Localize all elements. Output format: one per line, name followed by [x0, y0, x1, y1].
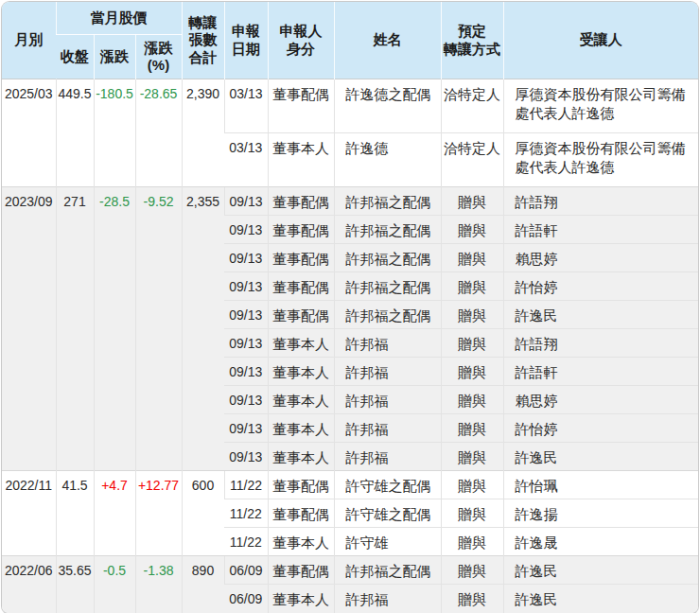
- identity-cell: 董事本人: [268, 414, 334, 443]
- report-date-cell: 03/13: [224, 79, 268, 133]
- report-date-cell: 09/13: [224, 216, 268, 244]
- total-lots-cell: 890: [182, 556, 224, 613]
- report-date-cell: 03/13: [224, 133, 268, 187]
- method-cell: 贈與: [441, 556, 503, 585]
- header-change-pct: 漲跌 (%): [135, 35, 182, 79]
- method-cell: 贈與: [441, 414, 503, 443]
- close-cell: 449.5: [56, 79, 94, 187]
- change-cell: +4.7: [94, 471, 135, 556]
- report-date-cell: 11/22: [224, 528, 268, 556]
- identity-cell: 董事配偶: [268, 301, 334, 329]
- header-transferee: 受讓人: [503, 2, 698, 79]
- transferee-cell: 許語軒: [503, 358, 698, 386]
- change-pct-cell: +12.77: [135, 471, 182, 556]
- name-cell: 許邦福: [334, 386, 441, 414]
- change-cell: -180.5: [94, 79, 135, 187]
- method-cell: 贈與: [441, 528, 503, 556]
- insider-transfer-table: 月別 當月股價 轉讓 張數 合計 申報 日期 申報人 身分 姓名 預定 轉讓方式…: [2, 2, 698, 613]
- report-date-cell: 11/22: [224, 471, 268, 499]
- report-date-cell: 09/13: [224, 414, 268, 443]
- name-cell: 許守雄之配偶: [334, 499, 441, 528]
- transferee-cell: 許逸揚: [503, 499, 698, 528]
- table-header: 月別 當月股價 轉讓 張數 合計 申報 日期 申報人 身分 姓名 預定 轉讓方式…: [2, 2, 698, 79]
- close-cell: 41.5: [56, 471, 94, 556]
- header-report-date: 申報 日期: [224, 2, 268, 79]
- transferee-cell: 許怡婷: [503, 414, 698, 443]
- method-cell: 贈與: [441, 329, 503, 358]
- report-date-cell: 09/13: [224, 358, 268, 386]
- report-date-cell: 09/13: [224, 244, 268, 272]
- report-date-cell: 06/09: [224, 556, 268, 585]
- change-cell: -28.5: [94, 187, 135, 471]
- table-row: 2023/09 271 -28.5 -9.52 2,355 09/13 董事配偶…: [2, 187, 698, 216]
- transferee-cell: 厚德資本股份有限公司籌備處代表人許逸德: [503, 79, 698, 133]
- identity-cell: 董事配偶: [268, 79, 334, 133]
- name-cell: 許邦福: [334, 585, 441, 613]
- transferee-cell: 許語軒: [503, 216, 698, 244]
- transferee-cell: 賴思婷: [503, 386, 698, 414]
- name-cell: 許邦福: [334, 358, 441, 386]
- identity-cell: 董事配偶: [268, 556, 334, 585]
- name-cell: 許逸德: [334, 133, 441, 187]
- identity-cell: 董事配偶: [268, 499, 334, 528]
- name-cell: 許邦福之配偶: [334, 187, 441, 216]
- table-row: 2025/03 449.5 -180.5 -28.65 2,390 03/13 …: [2, 79, 698, 133]
- month-cell: 2025/03: [2, 79, 56, 187]
- method-cell: 贈與: [441, 272, 503, 301]
- name-cell: 許逸德之配偶: [334, 79, 441, 133]
- identity-cell: 董事本人: [268, 443, 334, 471]
- name-cell: 許邦福之配偶: [334, 216, 441, 244]
- total-lots-cell: 600: [182, 471, 224, 556]
- report-date-cell: 09/13: [224, 329, 268, 358]
- table-row: 2022/06 35.65 -0.5 -1.38 890 06/09 董事配偶 …: [2, 556, 698, 585]
- change-pct-cell: -28.65: [135, 79, 182, 187]
- month-cell: 2022/11: [2, 471, 56, 556]
- method-cell: 贈與: [441, 244, 503, 272]
- method-cell: 贈與: [441, 216, 503, 244]
- header-change: 漲跌: [94, 35, 135, 79]
- transferee-cell: 許怡珮: [503, 471, 698, 499]
- method-cell: 洽特定人: [441, 133, 503, 187]
- method-cell: 贈與: [441, 386, 503, 414]
- transferee-cell: 賴思婷: [503, 244, 698, 272]
- identity-cell: 董事配偶: [268, 471, 334, 499]
- name-cell: 許邦福之配偶: [334, 556, 441, 585]
- method-cell: 贈與: [441, 358, 503, 386]
- transferee-cell: 許語翔: [503, 187, 698, 216]
- header-identity: 申報人 身分: [268, 2, 334, 79]
- identity-cell: 董事本人: [268, 133, 334, 187]
- method-cell: 贈與: [441, 499, 503, 528]
- transferee-cell: 厚德資本股份有限公司籌備處代表人許逸德: [503, 133, 698, 187]
- transferee-cell: 許逸民: [503, 301, 698, 329]
- header-close: 收盤: [56, 35, 94, 79]
- identity-cell: 董事本人: [268, 585, 334, 613]
- report-date-cell: 11/22: [224, 499, 268, 528]
- transferee-cell: 許逸民: [503, 556, 698, 585]
- identity-cell: 董事配偶: [268, 244, 334, 272]
- method-cell: 洽特定人: [441, 79, 503, 133]
- header-month: 月別: [2, 2, 56, 79]
- change-cell: -0.5: [94, 556, 135, 613]
- close-cell: 271: [56, 187, 94, 471]
- report-date-cell: 09/13: [224, 386, 268, 414]
- name-cell: 許邦福之配偶: [334, 244, 441, 272]
- report-date-cell: 09/13: [224, 272, 268, 301]
- total-lots-cell: 2,355: [182, 187, 224, 471]
- transferee-cell: 許語翔: [503, 329, 698, 358]
- method-cell: 贈與: [441, 187, 503, 216]
- identity-cell: 董事本人: [268, 358, 334, 386]
- header-total-lots: 轉讓 張數 合計: [182, 2, 224, 79]
- name-cell: 許邦福之配偶: [334, 301, 441, 329]
- month-cell: 2023/09: [2, 187, 56, 471]
- change-pct-cell: -1.38: [135, 556, 182, 613]
- name-cell: 許邦福: [334, 329, 441, 358]
- identity-cell: 董事配偶: [268, 272, 334, 301]
- table-row: 2022/11 41.5 +4.7 +12.77 600 11/22 董事配偶 …: [2, 471, 698, 499]
- transferee-cell: 許逸民: [503, 443, 698, 471]
- identity-cell: 董事本人: [268, 528, 334, 556]
- report-date-cell: 06/09: [224, 585, 268, 613]
- method-cell: 贈與: [441, 443, 503, 471]
- name-cell: 許邦福之配偶: [334, 272, 441, 301]
- name-cell: 許守雄之配偶: [334, 471, 441, 499]
- transferee-cell: 許逸晟: [503, 528, 698, 556]
